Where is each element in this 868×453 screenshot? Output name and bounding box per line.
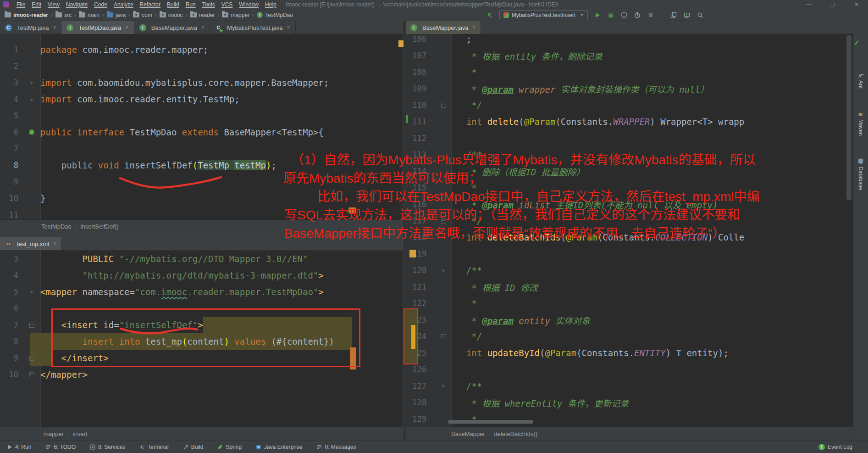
fold-marker-icon[interactable] [431,218,456,224]
code-line[interactable]: 111 int delete(@Param(Constants.WRAPPER)… [405,113,853,130]
tab-close-icon[interactable]: × [53,240,56,247]
fold-marker-icon[interactable]: ▾ [431,383,456,389]
run-icon[interactable] [594,11,601,19]
search-icon[interactable] [697,11,704,19]
editor-splitter[interactable] [403,21,406,441]
code-line[interactable]: 4 "http://mybatis.org/dtd/mybatis-3-mapp… [0,267,403,284]
breadcrumb-item-imooc[interactable]: imooc [160,12,183,18]
status-item-build[interactable]: Build [182,444,204,450]
tab-mybatisplustest-java[interactable]: CMybatisPlusTest.java× [210,21,295,34]
menu-window[interactable]: Window [236,1,262,8]
code-line[interactable]: 121 * 根据 ID 修改 [405,279,853,295]
breadcrumb-item-reader[interactable]: reader [190,12,215,18]
fold-marker-icon[interactable] [431,103,456,108]
menu-analyze[interactable]: Analyze [111,1,137,8]
coverage-icon[interactable] [620,11,628,19]
status-item-todo[interactable]: 6: TODO [45,444,76,450]
menu-code[interactable]: Code [91,1,111,8]
code-line[interactable]: 110 */ [405,97,853,113]
code-line[interactable]: 125 int updateById(@Param(Constants.ENTI… [405,345,853,361]
code-line[interactable]: 119 [405,246,853,262]
breadcrumb-item[interactable]: insertSelfDef() [80,223,118,230]
code-line[interactable]: 108 * [405,64,853,80]
horizontal-scrollbar-thumb[interactable] [448,420,533,424]
code-line[interactable]: 8 public void insertSelfDef(TestMp testM… [0,157,403,173]
code-line[interactable]: 5▾<mapper namespace="com.imooc.reader.ma… [0,284,403,300]
code-line[interactable]: 127▾ /** [405,378,853,394]
tab-testmpdao-java[interactable]: ITestMpDao.java× [61,21,134,34]
code-line[interactable]: 113 /** [405,146,853,163]
code-line[interactable]: 4▴import com.imooc.reader.entity.TestMp; [0,91,403,107]
status-item-javaenterprise[interactable]: Java Enterprise [255,444,302,450]
code-line[interactable]: 9 </insert> [0,350,403,366]
monitor-icon[interactable] [683,11,691,19]
fold-marker-icon[interactable] [23,356,40,361]
menu-edit[interactable]: Edit [28,1,44,8]
breadcrumb-item[interactable]: TestMpDao [41,223,72,230]
editor-testmpdao-java[interactable]: 1package com.imooc.reader.mapper;23▾impo… [0,34,403,219]
breadcrumb-item-src[interactable]: src [55,12,72,18]
menu-tools[interactable]: Tools [199,1,218,8]
fold-marker-icon[interactable]: ▴ [23,96,40,102]
code-line[interactable]: 117 */ [405,213,853,229]
code-line[interactable]: 109 * @param wrapper 实体对象封装操作类（可以为 null） [405,80,853,97]
code-line[interactable]: 114 * 删除（根据ID 批量删除） [405,163,853,179]
code-line[interactable]: 129 * [405,411,853,427]
code-line[interactable]: 106 ; [405,34,853,47]
code-line[interactable]: 126 [405,361,853,378]
tool-window-button-database[interactable]: Database [857,158,864,190]
navigate-back-icon[interactable] [486,11,493,19]
tool-window-button-maven[interactable]: mMaven [857,111,864,136]
tab-testmp-java[interactable]: CTestMp.java× [0,21,61,34]
layers-icon[interactable] [670,11,677,19]
tab-close-icon[interactable]: × [53,24,56,31]
menu-navigate[interactable]: Navigate [63,1,91,8]
breadcrumb-item[interactable]: BaseMapper [451,431,485,437]
fold-marker-icon[interactable]: ▾ [23,80,40,86]
tab-test_mp-xml[interactable]: <>test_mp.xml× [0,237,62,250]
close-button[interactable]: × [851,1,862,8]
event-log-button[interactable]: 1 Event Log [818,444,852,450]
code-line[interactable]: 128 * 根据 whereEntity 条件，更新记录 [405,394,853,411]
breadcrumb-item-java[interactable]: java [107,12,126,18]
tab-close-icon[interactable]: × [126,24,129,31]
code-line[interactable]: 6public interface TestMpDao extends Base… [0,124,403,140]
code-line[interactable]: 8 insert into test_mp(content) values (#… [0,333,403,350]
code-line[interactable]: 115 * [405,179,853,196]
code-line[interactable]: 11 [0,207,403,219]
fold-marker-icon[interactable]: ▾ [23,289,40,295]
code-line[interactable]: 9 [0,173,403,190]
fold-marker-icon[interactable] [23,323,40,328]
breadcrumb-item-main[interactable]: main [79,12,100,18]
menu-build[interactable]: Build [164,1,182,8]
code-line[interactable]: 122 * [405,295,853,312]
status-item-messages[interactable]: 0: Messages [316,444,356,450]
fold-marker-icon[interactable] [23,372,40,377]
code-line[interactable]: 3 PUBLIC "-//mybatis.org//DTD Mapper 3.0… [0,251,403,267]
code-line[interactable]: 1package com.imooc.reader.mapper; [0,41,403,58]
menu-help[interactable]: Help [262,1,280,8]
editor-basemapper-java[interactable]: 106 ;107 * 根据 entity 条件，删除记录108 *109 * @… [405,34,853,427]
code-line[interactable]: 116 * @param idList 主键ID列表(不能为 null 以及 e… [405,196,853,213]
menu-vcs[interactable]: VCS [218,1,236,8]
fold-marker-icon[interactable]: ▾ [431,268,456,274]
code-line[interactable]: 3▾import com.baomidou.mybatisplus.core.m… [0,74,403,91]
menu-file[interactable]: File [13,1,28,8]
run-configuration-select[interactable]: MybatisPlusTest.testInsert ▼ [499,10,588,20]
code-line[interactable]: 10} [0,190,403,207]
status-item-spring[interactable]: Spring [217,444,242,450]
minimize-button[interactable]: — [804,1,814,8]
code-line[interactable]: 118 int deleteBatchIds(@Param(Constants.… [405,229,853,246]
breadcrumb-item[interactable]: deleteBatchIds() [494,431,537,437]
breadcrumb-item-testmpdao[interactable]: ITestMpDao [257,12,293,18]
fold-marker-icon[interactable] [431,334,456,339]
profiler-icon[interactable] [634,11,641,19]
debug-icon[interactable] [607,11,614,19]
tab-close-icon[interactable]: × [472,24,475,31]
code-line[interactable]: 7 [0,140,403,157]
code-line[interactable]: 120▾ /** [405,262,853,279]
status-item-services[interactable]: 8: Services [89,444,125,450]
menu-run[interactable]: Run [182,1,199,8]
tool-window-button-ant[interactable]: Ant [857,72,864,89]
tab-close-icon[interactable]: × [287,24,290,31]
